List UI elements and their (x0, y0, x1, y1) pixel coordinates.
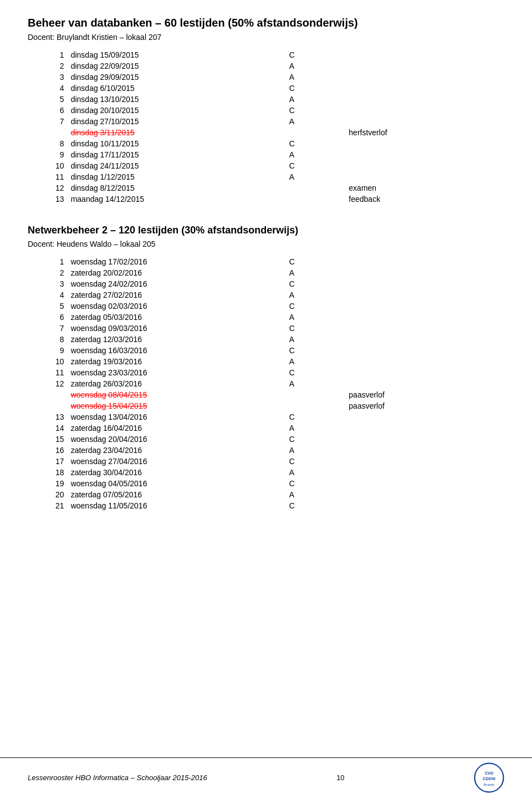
row-date: woensdag 17/02/2016 (68, 256, 286, 267)
row-number: 17 (28, 456, 68, 467)
row-date: dinsdag 22/09/2015 (68, 60, 286, 72)
row-type: C (286, 411, 346, 423)
row-number: 12 (28, 182, 68, 194)
row-note (345, 301, 504, 312)
row-note (345, 312, 504, 323)
row-number: 9 (28, 345, 68, 356)
row-note: feedback (345, 194, 504, 205)
row-type: C (286, 345, 346, 356)
row-number: 3 (28, 72, 68, 83)
row-date: dinsdag 10/11/2015 (68, 138, 286, 149)
row-note (345, 423, 504, 434)
row-number: 11 (28, 171, 68, 182)
row-type: C (286, 478, 346, 489)
row-type: A (286, 60, 346, 72)
row-note (345, 467, 504, 478)
footer-page: 10 (336, 774, 344, 782)
table-row: 10zaterdag 19/03/2016A (28, 356, 504, 367)
row-note (345, 83, 504, 94)
table-row: 4zaterdag 27/02/2016A (28, 289, 504, 301)
row-note (345, 489, 504, 500)
row-date: woensdag 09/03/2016 (68, 323, 286, 334)
row-number: 7 (28, 116, 68, 127)
row-type: C (286, 456, 346, 467)
row-note (345, 171, 504, 182)
row-number: 14 (28, 423, 68, 434)
row-number (28, 127, 68, 138)
row-type: A (286, 334, 346, 345)
table-row: 13maandag 14/12/2015feedback (28, 194, 504, 205)
footer: Lessenrooster HBO Informatica – Schoolja… (0, 757, 532, 793)
row-note: paasverlof (345, 400, 504, 411)
cvo-coovi-logo: CVO COOVI Brussels (474, 762, 504, 793)
row-type: C (286, 49, 346, 60)
row-note (345, 267, 504, 278)
row-note (345, 138, 504, 149)
row-date: zaterdag 19/03/2016 (68, 356, 286, 367)
row-type: A (286, 149, 346, 160)
svg-text:Brussels: Brussels (484, 783, 495, 786)
row-type: A (286, 171, 346, 182)
row-date: woensdag 13/04/2016 (68, 411, 286, 423)
table-row: 2dinsdag 22/09/2015A (28, 60, 504, 72)
svg-text:CVO: CVO (485, 771, 494, 775)
table-row: 10dinsdag 24/11/2015C (28, 160, 504, 171)
row-type: C (286, 138, 346, 149)
section2-title: Netwerkbeheer 2 – 120 lestijden (30% afs… (28, 225, 504, 236)
row-note (345, 445, 504, 456)
row-date: zaterdag 23/04/2016 (68, 445, 286, 456)
row-note (345, 378, 504, 389)
row-note (345, 256, 504, 267)
row-date: dinsdag 17/11/2015 (68, 149, 286, 160)
table-row: 2zaterdag 20/02/2016A (28, 267, 504, 278)
row-type: A (286, 94, 346, 105)
table-row: 7dinsdag 27/10/2015A (28, 116, 504, 127)
table-row: 16zaterdag 23/04/2016A (28, 445, 504, 456)
row-number (28, 400, 68, 411)
row-note (345, 116, 504, 127)
row-note (345, 456, 504, 467)
row-date: woensdag 08/04/2015 (68, 389, 286, 400)
row-number: 8 (28, 138, 68, 149)
row-number: 20 (28, 489, 68, 500)
row-note (345, 72, 504, 83)
row-type: A (286, 356, 346, 367)
row-date: woensdag 15/04/2015 (68, 400, 286, 411)
row-number: 1 (28, 49, 68, 60)
row-note: herfstverlof (345, 127, 504, 138)
row-number: 2 (28, 60, 68, 72)
row-date: dinsdag 15/09/2015 (68, 49, 286, 60)
row-type: C (286, 323, 346, 334)
row-number: 10 (28, 160, 68, 171)
row-note (345, 60, 504, 72)
row-number: 7 (28, 323, 68, 334)
table-row: 19woensdag 04/05/2016C (28, 478, 504, 489)
row-number: 4 (28, 83, 68, 94)
row-type: C (286, 301, 346, 312)
row-number: 16 (28, 445, 68, 456)
row-note (345, 434, 504, 445)
row-date: dinsdag 13/10/2015 (68, 94, 286, 105)
row-number: 21 (28, 500, 68, 511)
row-note (345, 367, 504, 378)
section1-table: 1dinsdag 15/09/2015C2dinsdag 22/09/2015A… (28, 49, 504, 205)
row-type: C (286, 278, 346, 289)
row-number: 13 (28, 194, 68, 205)
row-type: A (286, 72, 346, 83)
table-row: 9woensdag 16/03/2016C (28, 345, 504, 356)
table-row: 1dinsdag 15/09/2015C (28, 49, 504, 60)
row-note: examen (345, 182, 504, 194)
row-number: 8 (28, 334, 68, 345)
row-date: zaterdag 27/02/2016 (68, 289, 286, 301)
table-row: 11dinsdag 1/12/2015A (28, 171, 504, 182)
row-date: maandag 14/12/2015 (68, 194, 286, 205)
table-row: woensdag 15/04/2015paasverlof (28, 400, 504, 411)
row-date: woensdag 11/05/2016 (68, 500, 286, 511)
row-date: zaterdag 07/05/2016 (68, 489, 286, 500)
row-type: A (286, 378, 346, 389)
table-row: 1woensdag 17/02/2016C (28, 256, 504, 267)
row-date: dinsdag 1/12/2015 (68, 171, 286, 182)
row-date: dinsdag 20/10/2015 (68, 105, 286, 116)
table-row: 12dinsdag 8/12/2015examen (28, 182, 504, 194)
table-row: 9dinsdag 17/11/2015A (28, 149, 504, 160)
